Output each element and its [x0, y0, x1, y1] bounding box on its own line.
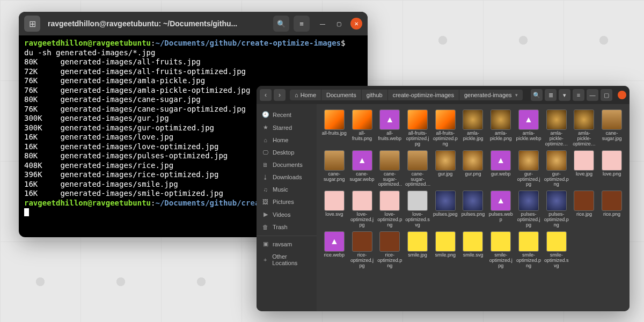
file-item[interactable]: amla-pickle-optimize…png — [571, 109, 598, 147]
maximize-button[interactable]: ▢ — [334, 19, 343, 28]
sidebar-item-videos[interactable]: ▶Videos — [257, 208, 317, 221]
file-name: gur-optimized.jpg — [516, 172, 541, 188]
hamburger-menu-button[interactable]: ≡ — [294, 16, 310, 32]
file-item[interactable]: gur.jpg — [432, 150, 459, 188]
file-name: all-fruits-optimized.png — [433, 131, 458, 147]
file-item[interactable]: smile-optimized.png — [515, 231, 542, 269]
file-item[interactable]: love.svg — [321, 191, 348, 228]
file-item[interactable]: ▲rice.webp — [321, 231, 348, 269]
file-item[interactable]: all-fruits-optimized.jpg — [404, 109, 431, 147]
file-item[interactable]: ▲pulses.webp — [487, 191, 514, 228]
file-thumbnail: ▲ — [491, 150, 511, 171]
sidebar-item-documents[interactable]: 🗎Documents — [257, 159, 317, 171]
view-options-button[interactable]: ▾ — [559, 89, 570, 101]
file-item[interactable]: smile.png — [432, 231, 459, 269]
file-item[interactable]: love-optimized.png — [376, 191, 403, 228]
search-button[interactable]: 🔍 — [273, 16, 289, 32]
breadcrumb-segment[interactable]: generated-images ▾ — [459, 90, 523, 100]
nav-forward-button[interactable]: › — [274, 89, 286, 101]
file-item[interactable]: rice-optimized.png — [376, 231, 403, 269]
file-item[interactable]: smile.jpg — [404, 231, 431, 269]
file-thumbnail — [574, 109, 594, 130]
file-item[interactable]: ▲all-fruits.webp — [376, 109, 403, 147]
file-item[interactable]: love.jpg — [571, 150, 598, 188]
file-thumbnail — [435, 231, 456, 252]
file-item[interactable]: rice.jpg — [571, 191, 598, 228]
file-item[interactable]: pulses.jpeg — [432, 191, 459, 228]
file-thumbnail — [463, 150, 483, 171]
sidebar-item-pictures[interactable]: 🖼Pictures — [257, 196, 317, 208]
file-thumbnail — [352, 109, 372, 130]
file-item[interactable]: cane-sugar.jpg — [598, 109, 625, 147]
file-item[interactable]: gur-optimized.jpg — [515, 150, 542, 188]
file-item[interactable]: pulses-optimized.jpg — [515, 191, 542, 228]
file-item[interactable]: love.png — [598, 150, 625, 188]
file-item[interactable]: cane-sugar.png — [321, 150, 348, 188]
sidebar-item-starred[interactable]: ★Starred — [257, 121, 317, 134]
breadcrumb-segment[interactable]: ⌂ Home — [290, 90, 321, 100]
breadcrumb-segment[interactable]: github — [362, 90, 388, 100]
terminal-titlebar[interactable]: ⊞ ravgeetdhillon@ravgeetubuntu: ~/Docume… — [19, 12, 368, 35]
file-grid[interactable]: all-fruits.jpgall-fruits.png▲all-fruits.… — [317, 104, 630, 311]
maximize-button[interactable]: ▢ — [601, 89, 612, 101]
file-name: amla-pickle.jpg — [460, 131, 486, 142]
file-item[interactable]: love-optimized.svg — [404, 191, 431, 228]
sidebar-label: Pictures — [273, 199, 294, 205]
breadcrumb-segment[interactable]: create-optimize-images — [388, 90, 459, 100]
file-item[interactable]: love-optimized.jpg — [349, 191, 376, 228]
file-thumbnail — [352, 231, 372, 252]
close-button[interactable]: ✕ — [350, 18, 362, 30]
file-item[interactable]: ▲amla-pickle.webp — [515, 109, 542, 147]
minimize-button[interactable]: — — [318, 19, 327, 28]
hamburger-icon: ≡ — [577, 92, 580, 98]
file-thumbnail — [546, 109, 567, 130]
search-files-button[interactable]: 🔍 — [531, 89, 543, 101]
minimize-button[interactable]: — — [587, 89, 598, 101]
hamburger-button[interactable]: ≡ — [573, 89, 584, 101]
file-thumbnail — [518, 191, 539, 211]
sidebar-item-home[interactable]: ⌂Home — [257, 134, 317, 146]
view-list-button[interactable]: ≣ — [545, 89, 557, 101]
file-item[interactable]: gur-optimized.png — [543, 150, 570, 188]
sidebar-item-desktop[interactable]: 🖵Desktop — [257, 147, 317, 158]
file-name: smile.png — [435, 253, 456, 258]
sidebar-item-trash[interactable]: 🗑Trash — [257, 221, 317, 233]
file-name: pulses.png — [462, 212, 485, 217]
sidebar-label: Documents — [273, 162, 303, 168]
file-item[interactable]: rice.png — [598, 191, 625, 228]
file-item[interactable]: smile-optimized.svg — [543, 231, 570, 269]
breadcrumb-segment[interactable]: Documents — [321, 90, 362, 100]
file-thumbnail — [574, 191, 594, 211]
file-thumbnail — [407, 150, 428, 171]
file-item[interactable]: ▲gur.webp — [487, 150, 514, 188]
sidebar-icon: 🖼 — [262, 199, 269, 205]
file-item[interactable]: ▲cane-sugar.webp — [349, 150, 376, 188]
file-item[interactable]: pulses.png — [460, 191, 487, 228]
sidebar-item-recent[interactable]: 🕘Recent — [257, 108, 317, 121]
nav-back-button[interactable]: ‹ — [260, 89, 272, 101]
file-name: amla-pickle-optimize…jpg — [544, 131, 569, 147]
sidebar-item-ravsam[interactable]: ▣ravsam — [257, 236, 317, 250]
file-item[interactable]: rice-optimized.jpg — [349, 231, 376, 269]
file-item[interactable]: all-fruits.png — [349, 109, 376, 147]
file-item[interactable]: amla-pickle-optimize…jpg — [543, 109, 570, 147]
file-item[interactable]: amla-pickle.jpg — [460, 109, 487, 147]
sidebar-icon: 🗑 — [262, 224, 269, 230]
file-item[interactable]: amla-pickle.png — [487, 109, 514, 147]
file-name: cane-sugar-optimized.jpg — [377, 172, 402, 188]
file-item[interactable]: gur.png — [460, 150, 487, 188]
close-button[interactable] — [618, 91, 626, 99]
file-item[interactable]: cane-sugar-optimized.jpg — [376, 150, 403, 188]
file-item[interactable]: all-fruits-optimized.png — [432, 109, 459, 147]
file-name: smile-optimized.svg — [544, 253, 569, 269]
file-item[interactable]: cane-sugar-optimized.png — [404, 150, 431, 188]
sidebar-icon: ⭳ — [262, 174, 269, 180]
sidebar-item-other-locations[interactable]: +Other Locations — [257, 251, 317, 269]
sidebar-item-downloads[interactable]: ⭳Downloads — [257, 171, 317, 183]
new-tab-button[interactable]: ⊞ — [24, 16, 40, 32]
file-item[interactable]: pulses-optimized.png — [543, 191, 570, 228]
sidebar-item-music[interactable]: ♫Music — [257, 184, 317, 195]
file-item[interactable]: all-fruits.jpg — [321, 109, 348, 147]
file-item[interactable]: smile-optimized.jpg — [487, 231, 514, 269]
file-item[interactable]: smile.svg — [460, 231, 487, 269]
